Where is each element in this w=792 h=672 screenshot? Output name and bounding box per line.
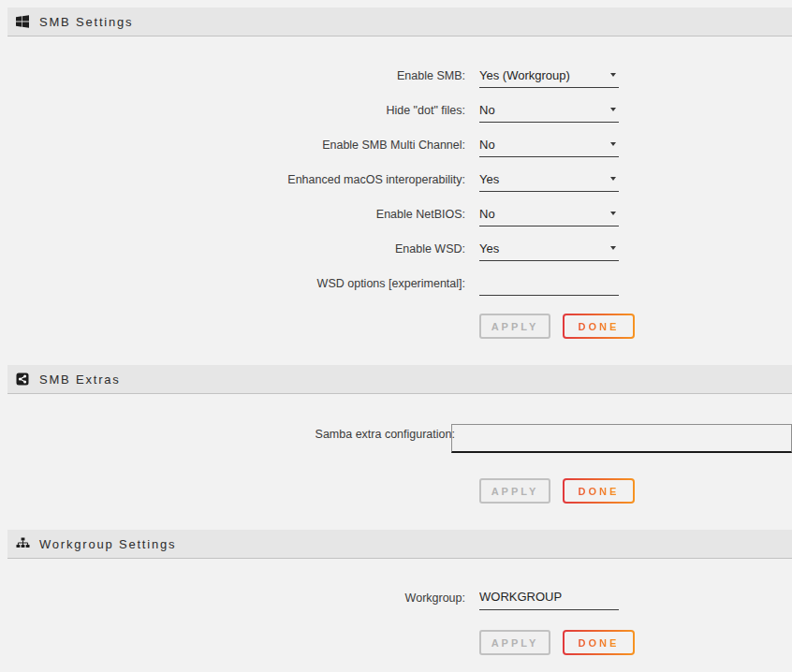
- done-button[interactable]: DONE: [563, 478, 635, 504]
- enable-smb-label: Enable SMB:: [0, 69, 465, 82]
- smb-settings-actions: APPLY DONE: [479, 314, 792, 339]
- apply-button[interactable]: APPLY: [479, 630, 550, 655]
- field-row-hide-dot-files: Hide "dot" files: No: [0, 93, 792, 127]
- hide-dot-files-label: Hide "dot" files:: [0, 104, 465, 117]
- section-title: Workgroup Settings: [39, 537, 176, 551]
- field-row-enable-smb: Enable SMB: Yes (Workgroup): [0, 58, 792, 93]
- workgroup-label: Workgroup:: [0, 592, 465, 605]
- select-value: No: [479, 207, 495, 221]
- select-value: Yes: [479, 172, 499, 186]
- done-button-label: DONE: [579, 321, 620, 332]
- workgroup-input[interactable]: [479, 586, 619, 610]
- caret-down-icon: [610, 246, 616, 250]
- section-smb-extras: SMB Extras Samba extra configuration: AP…: [0, 365, 792, 504]
- windows-icon: [16, 15, 30, 28]
- smb-extras-actions: APPLY DONE: [479, 478, 792, 504]
- done-button-label: DONE: [579, 486, 620, 497]
- field-row-samba-extra: Samba extra configuration:: [0, 424, 792, 453]
- section-header-smb-extras: SMB Extras: [7, 365, 792, 394]
- smb-extras-form: Samba extra configuration: APPLY DONE: [0, 424, 792, 504]
- samba-extra-textarea[interactable]: [451, 424, 792, 453]
- multi-channel-select[interactable]: No: [479, 133, 619, 157]
- sitemap-icon: [16, 537, 30, 550]
- field-row-workgroup: Workgroup:: [0, 580, 792, 615]
- select-value: Yes (Workgroup): [479, 68, 570, 82]
- multi-channel-label: Enable SMB Multi Channel:: [0, 139, 465, 152]
- section-title: SMB Extras: [39, 373, 121, 387]
- done-button-face: DONE: [565, 315, 633, 337]
- macos-interop-label: Enhanced macOS interoperability:: [0, 173, 465, 186]
- done-button-label: DONE: [579, 637, 620, 649]
- macos-interop-select[interactable]: Yes: [479, 168, 619, 192]
- netbios-label: Enable NetBIOS:: [0, 208, 465, 221]
- done-button[interactable]: DONE: [563, 314, 635, 339]
- wsd-options-input[interactable]: [479, 271, 619, 296]
- section-smb-settings: SMB Settings Enable SMB: Yes (Workgroup)…: [0, 7, 792, 339]
- caret-down-icon: [610, 212, 616, 215]
- field-row-wsd-options: WSD options [experimental]:: [0, 266, 792, 300]
- caret-down-icon: [610, 142, 616, 146]
- netbios-select[interactable]: No: [479, 202, 619, 226]
- section-title: SMB Settings: [39, 15, 133, 29]
- field-row-wsd: Enable WSD: Yes: [0, 231, 792, 266]
- field-row-netbios: Enable NetBIOS: No: [0, 197, 792, 231]
- field-row-multi-channel: Enable SMB Multi Channel: No: [0, 127, 792, 162]
- share-icon: [16, 373, 30, 386]
- caret-down-icon: [610, 108, 616, 111]
- workgroup-form: Workgroup: APPLY DONE: [0, 559, 792, 655]
- workgroup-actions: APPLY DONE: [479, 630, 792, 655]
- wsd-label: Enable WSD:: [0, 242, 465, 256]
- wsd-select[interactable]: Yes: [479, 237, 619, 261]
- apply-button[interactable]: APPLY: [479, 478, 550, 504]
- wsd-options-label: WSD options [experimental]:: [0, 277, 465, 290]
- done-button-face: DONE: [565, 632, 633, 653]
- caret-down-icon: [610, 73, 616, 77]
- caret-down-icon: [610, 177, 616, 181]
- hide-dot-files-select[interactable]: No: [479, 98, 619, 123]
- field-row-macos-interop: Enhanced macOS interoperability: Yes: [0, 162, 792, 197]
- apply-button[interactable]: APPLY: [479, 314, 550, 339]
- select-value: Yes: [479, 241, 499, 256]
- smb-settings-form: Enable SMB: Yes (Workgroup) Hide "dot" f…: [0, 37, 792, 339]
- done-button-face: DONE: [565, 480, 633, 502]
- done-button[interactable]: DONE: [563, 630, 635, 655]
- select-value: No: [479, 103, 495, 117]
- samba-extra-label: Samba extra configuration:: [0, 424, 455, 453]
- section-header-workgroup-settings: Workgroup Settings: [7, 530, 792, 559]
- select-value: No: [479, 138, 495, 152]
- section-workgroup-settings: Workgroup Settings Workgroup: APPLY DONE: [0, 530, 792, 655]
- section-header-smb-settings: SMB Settings: [7, 7, 792, 37]
- enable-smb-select[interactable]: Yes (Workgroup): [479, 64, 619, 88]
- smb-settings-page: SMB Settings Enable SMB: Yes (Workgroup)…: [0, 7, 792, 655]
